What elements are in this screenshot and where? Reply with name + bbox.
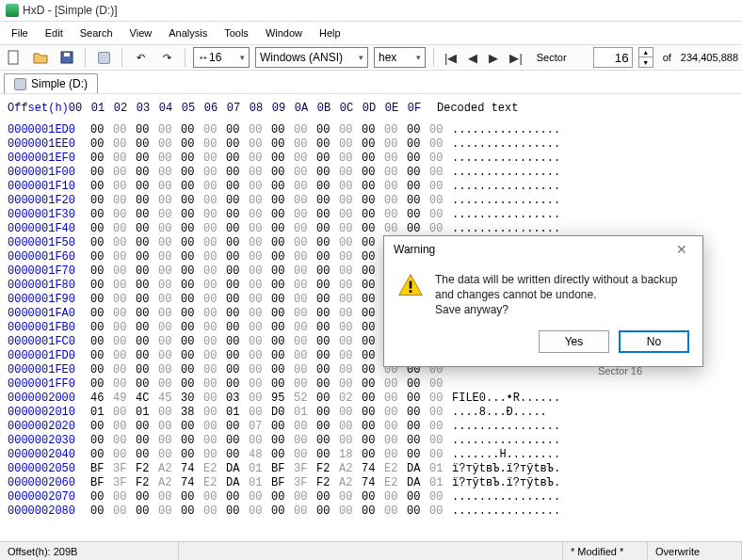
separator: [185, 48, 186, 67]
svg-rect-4: [410, 290, 412, 293]
menu-window[interactable]: Window: [258, 24, 310, 42]
menu-search[interactable]: Search: [73, 24, 121, 42]
open-button[interactable]: [30, 47, 51, 68]
sector-spinner[interactable]: ▲▼: [638, 47, 653, 68]
no-button[interactable]: No: [619, 330, 689, 353]
hex-row[interactable]: 0000002050BF3FF2A274E2DA01BF3FF2A274E2DA…: [0, 462, 742, 476]
warning-icon: [397, 272, 424, 298]
titlebar: HxD - [Simple (D:)]: [0, 0, 742, 22]
close-icon[interactable]: ✕: [670, 242, 693, 257]
menubar: FileEditSearchViewAnalysisToolsWindowHel…: [0, 22, 742, 45]
hex-row[interactable]: 0000002020000000000000000700000000000000…: [0, 420, 742, 434]
menu-file[interactable]: File: [4, 24, 36, 42]
yes-button[interactable]: Yes: [539, 330, 609, 353]
separator: [433, 48, 434, 67]
separator: [85, 48, 86, 67]
hex-row[interactable]: 0000001F40000000000000000000000000000000…: [0, 222, 742, 236]
hex-row[interactable]: 0000001FF0000000000000000000000000000000…: [0, 377, 742, 392]
menu-edit[interactable]: Edit: [38, 24, 71, 42]
sector-input[interactable]: [593, 47, 633, 68]
nav-prev-button[interactable]: ◀: [465, 51, 480, 65]
status-spacer: [179, 542, 563, 560]
tab-label: Simple (D:): [31, 77, 88, 90]
nav-next-button[interactable]: ▶: [486, 51, 501, 65]
svg-rect-3: [410, 281, 412, 289]
hex-row[interactable]: 0000001EF0000000000000000000000000000000…: [0, 152, 742, 166]
hex-row[interactable]: 0000001F00000000000000000000000000000000…: [0, 166, 742, 180]
separator: [121, 48, 122, 67]
app-icon: [6, 4, 19, 17]
menu-help[interactable]: Help: [312, 24, 348, 42]
new-button[interactable]: [4, 47, 24, 68]
menu-analysis[interactable]: Analysis: [161, 24, 215, 42]
disk-button[interactable]: [93, 47, 114, 68]
hex-row[interactable]: 0000002060BF3FF2A274E2DA01BF3FF2A274E2DA…: [0, 476, 742, 490]
nav-last-button[interactable]: ▶|: [507, 51, 524, 65]
hex-row[interactable]: 0000002080000000000000000000000000000000…: [0, 504, 742, 518]
undo-button[interactable]: ↶: [130, 47, 151, 68]
dialog-titlebar[interactable]: Warning ✕: [384, 236, 702, 263]
toolbar: ↶ ↷ ↔ 16▾ Windows (ANSI)▾ hex▾ |◀ ◀ ▶ ▶|…: [0, 45, 742, 71]
tab-simple[interactable]: Simple (D:): [4, 73, 98, 93]
warning-dialog: Warning ✕ The data will be written direc…: [383, 235, 703, 367]
total-sectors: 234,405,888: [681, 52, 738, 63]
hex-row[interactable]: 0000001F20000000000000000000000000000000…: [0, 194, 742, 208]
hex-row[interactable]: 0000001EE0000000000000000000000000000000…: [0, 137, 742, 152]
save-button[interactable]: [56, 47, 77, 68]
status-offset: Offset(h): 209B: [0, 542, 179, 560]
hex-row[interactable]: 0000001F10000000000000000000000000000000…: [0, 180, 742, 194]
svg-rect-0: [8, 51, 18, 64]
menu-tools[interactable]: Tools: [217, 24, 256, 42]
of-label: of: [663, 52, 671, 63]
hex-row[interactable]: 0000002030000000000000000000000000000000…: [0, 434, 742, 448]
hex-row[interactable]: 0000001F30000000000000000000000000000000…: [0, 208, 742, 222]
window-title: HxD - [Simple (D:)]: [23, 4, 118, 17]
bytes-per-row-combo[interactable]: ↔ 16▾: [193, 47, 250, 68]
disk-icon: [14, 78, 26, 90]
dialog-title-text: Warning: [394, 243, 435, 256]
charset-combo[interactable]: Windows (ANSI)▾: [255, 47, 368, 68]
base-combo[interactable]: hex▾: [374, 47, 426, 68]
hex-row[interactable]: 00000020100100010038000100D0010000000000…: [0, 406, 742, 420]
hex-row[interactable]: 000000200046494C453000030095520002000000…: [0, 392, 742, 406]
hex-row[interactable]: 0000001ED0000000000000000000000000000000…: [0, 123, 742, 137]
hex-row[interactable]: 0000002040000000000000004800000018000000…: [0, 448, 742, 462]
dialog-message: The data will be written directly withou…: [435, 272, 689, 317]
redo-button[interactable]: ↷: [156, 47, 177, 68]
svg-rect-2: [64, 53, 70, 56]
menu-view[interactable]: View: [122, 24, 160, 42]
sector-label: Sector: [537, 52, 567, 63]
tab-row: Simple (D:): [0, 71, 742, 94]
nav-first-button[interactable]: |◀: [442, 51, 460, 65]
status-mode: Overwrite: [648, 542, 742, 560]
statusbar: Offset(h): 209B * Modified * Overwrite: [0, 541, 742, 560]
status-modified: * Modified *: [563, 542, 648, 560]
hex-row[interactable]: 0000002070000000000000000000000000000000…: [0, 490, 742, 504]
